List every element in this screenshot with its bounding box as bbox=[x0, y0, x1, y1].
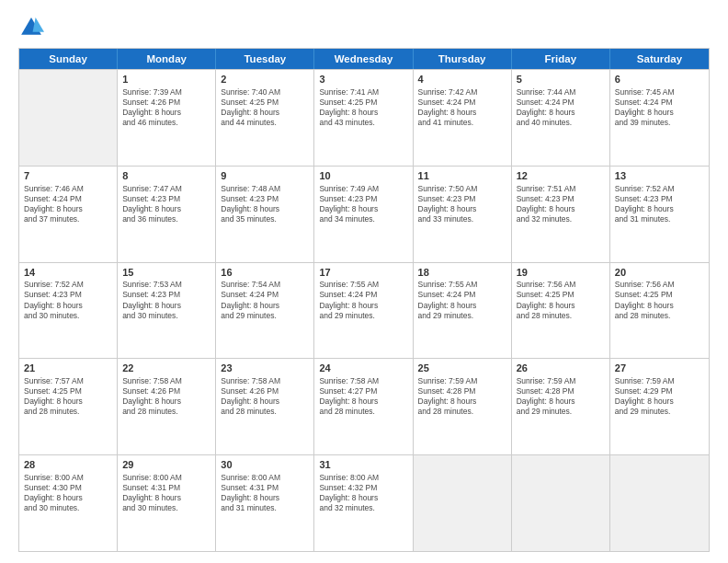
day-number: 9 bbox=[221, 169, 309, 183]
cell-line: Sunset: 4:24 PM bbox=[517, 98, 605, 108]
cell-line: Sunset: 4:23 PM bbox=[24, 290, 112, 300]
cell-line: Daylight: 8 hours bbox=[221, 396, 309, 407]
cell-line: and 36 minutes. bbox=[122, 214, 210, 224]
cell-line: Sunrise: 7:40 AM bbox=[221, 87, 309, 98]
header-day-tuesday: Tuesday bbox=[216, 49, 314, 69]
cell-line: and 30 minutes. bbox=[24, 503, 112, 513]
day-number: 12 bbox=[517, 169, 605, 183]
cell-line: Sunrise: 8:00 AM bbox=[122, 473, 210, 483]
cell-line: Daylight: 8 hours bbox=[221, 108, 309, 118]
cell-line: Sunset: 4:25 PM bbox=[517, 290, 605, 300]
cell-line: Sunset: 4:23 PM bbox=[122, 290, 210, 300]
calendar: SundayMondayTuesdayWednesdayThursdayFrid… bbox=[18, 48, 710, 552]
day-cell-11: 11Sunrise: 7:50 AMSunset: 4:23 PMDayligh… bbox=[414, 167, 512, 262]
cell-line: Sunset: 4:24 PM bbox=[221, 290, 309, 300]
logo bbox=[18, 15, 48, 40]
day-cell-26: 26Sunrise: 7:59 AMSunset: 4:28 PMDayligh… bbox=[512, 359, 610, 454]
week-row-3: 21Sunrise: 7:57 AMSunset: 4:25 PMDayligh… bbox=[19, 358, 709, 454]
cell-line: Daylight: 8 hours bbox=[24, 396, 112, 407]
cell-line: Sunset: 4:26 PM bbox=[122, 98, 210, 108]
cell-line: Sunset: 4:28 PM bbox=[517, 386, 605, 396]
empty-cell bbox=[414, 455, 512, 551]
header-day-saturday: Saturday bbox=[610, 49, 709, 69]
cell-line: and 40 minutes. bbox=[517, 118, 605, 128]
cell-line: Daylight: 8 hours bbox=[319, 396, 407, 407]
cell-line: and 46 minutes. bbox=[122, 118, 210, 128]
day-cell-8: 8Sunrise: 7:47 AMSunset: 4:23 PMDaylight… bbox=[118, 167, 216, 262]
cell-line: and 28 minutes. bbox=[24, 407, 112, 417]
day-number: 6 bbox=[615, 73, 704, 86]
cell-line: Sunrise: 7:42 AM bbox=[418, 87, 506, 98]
cell-line: and 29 minutes. bbox=[319, 311, 407, 321]
day-cell-5: 5Sunrise: 7:44 AMSunset: 4:24 PMDaylight… bbox=[512, 70, 610, 166]
day-number: 14 bbox=[24, 266, 112, 280]
day-number: 19 bbox=[517, 266, 605, 280]
cell-line: and 30 minutes. bbox=[122, 311, 210, 321]
day-cell-10: 10Sunrise: 7:49 AMSunset: 4:23 PMDayligh… bbox=[314, 167, 413, 262]
header-day-sunday: Sunday bbox=[19, 49, 118, 69]
cell-line: Sunset: 4:28 PM bbox=[418, 386, 506, 396]
cell-line: and 28 minutes. bbox=[221, 407, 309, 417]
day-number: 1 bbox=[122, 73, 210, 86]
cell-line: Sunset: 4:24 PM bbox=[418, 290, 506, 300]
cell-line: Sunset: 4:23 PM bbox=[122, 194, 210, 204]
cell-line: and 28 minutes. bbox=[319, 407, 407, 417]
cell-line: Sunset: 4:26 PM bbox=[221, 386, 309, 396]
day-number: 4 bbox=[418, 73, 506, 86]
day-cell-18: 18Sunrise: 7:55 AMSunset: 4:24 PMDayligh… bbox=[414, 263, 512, 359]
cell-line: Sunset: 4:25 PM bbox=[615, 290, 704, 300]
day-cell-6: 6Sunrise: 7:45 AMSunset: 4:24 PMDaylight… bbox=[610, 70, 709, 166]
cell-line: Daylight: 8 hours bbox=[319, 301, 407, 311]
cell-line: and 29 minutes. bbox=[615, 407, 704, 417]
day-number: 13 bbox=[615, 169, 704, 183]
cell-line: and 30 minutes. bbox=[122, 503, 210, 513]
cell-line: Sunrise: 7:58 AM bbox=[319, 376, 407, 386]
header-day-friday: Friday bbox=[512, 49, 610, 69]
cell-line: Daylight: 8 hours bbox=[319, 493, 407, 503]
day-cell-19: 19Sunrise: 7:56 AMSunset: 4:25 PMDayligh… bbox=[512, 263, 610, 359]
day-cell-31: 31Sunrise: 8:00 AMSunset: 4:32 PMDayligh… bbox=[314, 455, 413, 551]
cell-line: Sunset: 4:23 PM bbox=[221, 194, 309, 204]
day-number: 16 bbox=[221, 266, 309, 280]
week-row-1: 7Sunrise: 7:46 AMSunset: 4:24 PMDaylight… bbox=[19, 166, 709, 262]
day-number: 23 bbox=[221, 362, 309, 375]
cell-line: Sunset: 4:23 PM bbox=[319, 194, 407, 204]
day-number: 29 bbox=[122, 458, 210, 472]
cell-line: Daylight: 8 hours bbox=[517, 108, 605, 118]
cell-line: and 32 minutes. bbox=[319, 503, 407, 513]
cell-line: Sunrise: 7:47 AM bbox=[122, 184, 210, 194]
cell-line: Daylight: 8 hours bbox=[615, 108, 704, 118]
cell-line: Daylight: 8 hours bbox=[418, 204, 506, 214]
cell-line: Daylight: 8 hours bbox=[221, 204, 309, 214]
cell-line: Sunrise: 7:53 AM bbox=[122, 280, 210, 290]
day-cell-27: 27Sunrise: 7:59 AMSunset: 4:29 PMDayligh… bbox=[610, 359, 709, 454]
cell-line: Daylight: 8 hours bbox=[122, 108, 210, 118]
day-cell-23: 23Sunrise: 7:58 AMSunset: 4:26 PMDayligh… bbox=[216, 359, 314, 454]
day-cell-3: 3Sunrise: 7:41 AMSunset: 4:25 PMDaylight… bbox=[314, 70, 413, 166]
day-cell-12: 12Sunrise: 7:51 AMSunset: 4:23 PMDayligh… bbox=[512, 167, 610, 262]
day-number: 31 bbox=[319, 458, 407, 472]
cell-line: Sunrise: 7:56 AM bbox=[615, 280, 704, 290]
day-number: 3 bbox=[319, 73, 407, 86]
day-cell-13: 13Sunrise: 7:52 AMSunset: 4:23 PMDayligh… bbox=[610, 167, 709, 262]
day-cell-1: 1Sunrise: 7:39 AMSunset: 4:26 PMDaylight… bbox=[118, 70, 216, 166]
day-number: 27 bbox=[615, 362, 704, 375]
cell-line: Sunset: 4:31 PM bbox=[221, 483, 309, 493]
cell-line: and 28 minutes. bbox=[418, 407, 506, 417]
day-number: 22 bbox=[122, 362, 210, 375]
cell-line: Daylight: 8 hours bbox=[221, 301, 309, 311]
cell-line: Daylight: 8 hours bbox=[615, 301, 704, 311]
cell-line: Sunrise: 7:52 AM bbox=[615, 184, 704, 194]
cell-line: Daylight: 8 hours bbox=[418, 301, 506, 311]
day-cell-20: 20Sunrise: 7:56 AMSunset: 4:25 PMDayligh… bbox=[610, 263, 709, 359]
day-cell-15: 15Sunrise: 7:53 AMSunset: 4:23 PMDayligh… bbox=[118, 263, 216, 359]
cell-line: Daylight: 8 hours bbox=[418, 396, 506, 407]
cell-line: and 34 minutes. bbox=[319, 214, 407, 224]
cell-line: Sunrise: 7:45 AM bbox=[615, 87, 704, 98]
week-row-4: 28Sunrise: 8:00 AMSunset: 4:30 PMDayligh… bbox=[19, 454, 709, 551]
cell-line: Sunrise: 8:00 AM bbox=[24, 473, 112, 483]
cell-line: Sunset: 4:25 PM bbox=[221, 98, 309, 108]
empty-cell bbox=[19, 70, 118, 166]
week-row-2: 14Sunrise: 7:52 AMSunset: 4:23 PMDayligh… bbox=[19, 262, 709, 359]
day-number: 11 bbox=[418, 169, 506, 183]
